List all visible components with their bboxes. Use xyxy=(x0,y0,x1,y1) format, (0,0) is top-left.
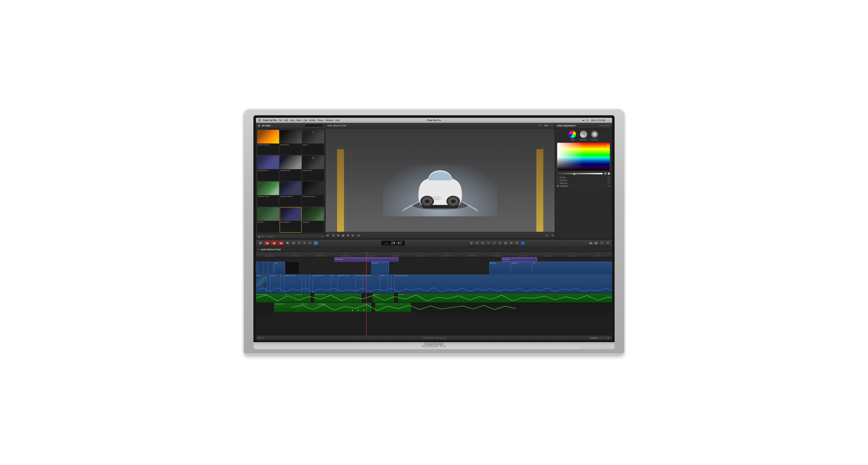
video-clip-end3[interactable]: A0... xyxy=(532,261,612,274)
browser-list-icon[interactable]: ≡ xyxy=(265,235,266,238)
clip-stadium[interactable]: Stadium xyxy=(302,207,324,232)
param-shadows-radio[interactable] xyxy=(557,179,559,181)
menu-mark[interactable]: Mark xyxy=(297,119,302,121)
menu-help[interactable]: Help xyxy=(335,119,340,121)
color-tab[interactable]: Color xyxy=(569,130,576,141)
tl-btn-red1[interactable]: ◼ xyxy=(264,241,270,246)
slider-thumb-1[interactable] xyxy=(573,173,576,175)
tl-search-btn[interactable]: 🔍 xyxy=(285,241,290,246)
tl-btn-red3[interactable]: ◼ xyxy=(278,241,284,246)
ruler-mark-6: 00:00:35:00 xyxy=(409,252,434,257)
viewer-play-btn[interactable]: ▶ xyxy=(341,234,345,237)
browser-search[interactable] xyxy=(304,124,323,127)
viewer-settings-icon[interactable]: ⚙ xyxy=(551,124,553,127)
tl-btn-red2[interactable]: ◼ xyxy=(271,241,277,246)
param-global-radio[interactable] xyxy=(557,177,559,178)
music-clip-2[interactable]: Aut... xyxy=(285,293,296,303)
title-clip-sub-text[interactable]: Sub Text xyxy=(502,257,537,261)
viewer-fullscreen-btn[interactable]: ⤢ xyxy=(545,234,549,237)
video-clip-mvi0003[interactable]: MVI_0003 xyxy=(371,261,389,274)
video-clip-dark[interactable] xyxy=(285,261,299,274)
music-clip-7[interactable]: Drag Race xyxy=(373,293,394,303)
param-highlights-radio[interactable] xyxy=(557,185,559,187)
browser-view-icon[interactable]: ◪ xyxy=(258,235,260,238)
tl-nav-right[interactable]: ▶▶ xyxy=(594,241,599,246)
music-clip-4[interactable]: Sports Car Racing xyxy=(314,293,350,303)
menu-modify[interactable]: Modify xyxy=(309,119,316,121)
trackpad-notch xyxy=(425,342,443,345)
video-clip-end2[interactable]: A08C004_1 xyxy=(511,261,532,274)
tl-expand-btn[interactable]: ▶ xyxy=(258,248,259,251)
clip-outdoor-track[interactable]: Outdoor Track xyxy=(257,182,279,207)
tl-grid-btn[interactable]: ⊞ xyxy=(291,241,296,246)
viewer-refresh-btn[interactable]: ↺ xyxy=(551,234,555,237)
tl-tool8[interactable]: ⊟ xyxy=(509,241,514,246)
zoom-in-icon[interactable]: + xyxy=(603,337,604,339)
exposure-tab[interactable]: Exposure xyxy=(591,130,598,141)
slider-track-1[interactable] xyxy=(557,173,603,175)
tl-tool6[interactable]: T xyxy=(497,241,502,246)
saturation-tab[interactable]: Saturation xyxy=(580,130,587,141)
tl-clip-btn[interactable]: ▭ xyxy=(307,241,312,246)
menu-clip[interactable]: Clip xyxy=(304,119,307,121)
clip-alexa-thumbnail xyxy=(257,130,279,144)
menu-edit[interactable]: Edit xyxy=(284,119,288,121)
color-add-btn[interactable]: + xyxy=(607,144,609,147)
color-picker-area[interactable]: + xyxy=(557,143,610,171)
music-clip-5[interactable]: S... xyxy=(350,293,357,303)
tl-tool5[interactable]: ♫ xyxy=(492,241,497,246)
clip-garage-front[interactable]: Garage Front xyxy=(257,156,279,181)
timeline-tool-magnetic[interactable]: 🔗 xyxy=(258,241,263,246)
param-midtones-radio[interactable] xyxy=(557,182,559,184)
menu-view[interactable]: View xyxy=(290,119,294,121)
tl-wave-btn[interactable]: 〜 xyxy=(302,241,307,246)
tl-tool1[interactable]: ⊞ xyxy=(469,241,474,246)
tl-info-btn[interactable]: ℹ xyxy=(520,241,525,246)
clip-alexa-sunset[interactable]: ALEXA Sunset xyxy=(257,130,279,155)
clip-dashboard[interactable]: Dashboard xyxy=(280,130,302,155)
video-clip-2[interactable]: B01... xyxy=(274,261,285,274)
clip-phantom-ahead[interactable]: Phantom Ahead xyxy=(302,182,324,207)
menu-window[interactable]: Window xyxy=(326,119,333,121)
tl-tool7[interactable]: ⊠ xyxy=(503,241,508,246)
tl-tool2[interactable]: ↺ xyxy=(474,241,479,246)
music2-clip-1[interactable]: Star Drive Rumble xyxy=(274,303,299,312)
clip-slow-motion[interactable]: Slow Motion xyxy=(280,207,302,232)
search-icon[interactable]: 🔍 xyxy=(607,119,610,121)
tl-select-tool[interactable]: ↖ xyxy=(313,241,318,246)
music-clip-3[interactable]: Jumping In... xyxy=(296,293,310,303)
music-clip-8[interactable]: MVI_0018 xyxy=(398,293,612,303)
menu-file[interactable]: File xyxy=(279,119,282,121)
zoom-slider[interactable] xyxy=(590,337,602,339)
video-clip-1[interactable] xyxy=(256,261,274,274)
zoom-icon2[interactable]: ⊠ xyxy=(608,337,610,339)
tl-list-btn[interactable]: ≡ xyxy=(297,241,302,246)
tl-tool3[interactable]: ⊡ xyxy=(480,241,485,246)
tl-zoom-out[interactable]: — xyxy=(599,241,604,246)
clip-racing[interactable]: Racing xyxy=(257,207,279,232)
clip-interior-audi[interactable]: 1 Interior Audi xyxy=(302,156,324,181)
viewer-stepfwd-btn[interactable]: ▶ xyxy=(351,234,355,237)
tl-tool9[interactable]: ⊡ xyxy=(515,241,520,246)
tl-nav-left[interactable]: ◀◀ xyxy=(588,241,593,246)
tl-zoom-in[interactable]: + xyxy=(605,241,610,246)
tl-tool4[interactable]: ♪ xyxy=(486,241,491,246)
video-clip-end1[interactable]: A007C006 xyxy=(490,261,511,274)
music2-clip-2[interactable]: Catwalk Long xyxy=(299,303,317,312)
zoom-out-icon[interactable]: − xyxy=(588,337,589,339)
music-clip-1[interactable]: Breakbeat Medium xyxy=(256,293,284,303)
music2-clip-4[interactable]: Toni Jeans Long xyxy=(375,303,410,312)
clip-garage-side[interactable]: Garage Side xyxy=(280,156,302,181)
zoom-icon1[interactable]: ⊡ xyxy=(606,337,607,339)
menu-share[interactable]: Share xyxy=(317,119,323,121)
clip-phantom-above[interactable]: Phantom Above xyxy=(280,182,302,207)
menu-finalcutpro[interactable]: Final Cut Pro xyxy=(263,119,277,121)
browser-grid-icon[interactable]: ⊞ xyxy=(262,235,264,238)
viewer-stepback-btn[interactable]: ◀ xyxy=(331,234,335,237)
music-clip-6[interactable]: S xyxy=(358,293,361,303)
viewer-prev-btn[interactable]: ⏮ xyxy=(326,234,330,237)
apple-menu[interactable]: ⌘ xyxy=(258,119,261,122)
viewer-next-btn[interactable]: ⏭ xyxy=(357,234,361,237)
clip-dslr[interactable]: i DSLR xyxy=(302,130,324,155)
timeline-tracks-container[interactable]: Test Driver Sub Text xyxy=(256,257,612,335)
